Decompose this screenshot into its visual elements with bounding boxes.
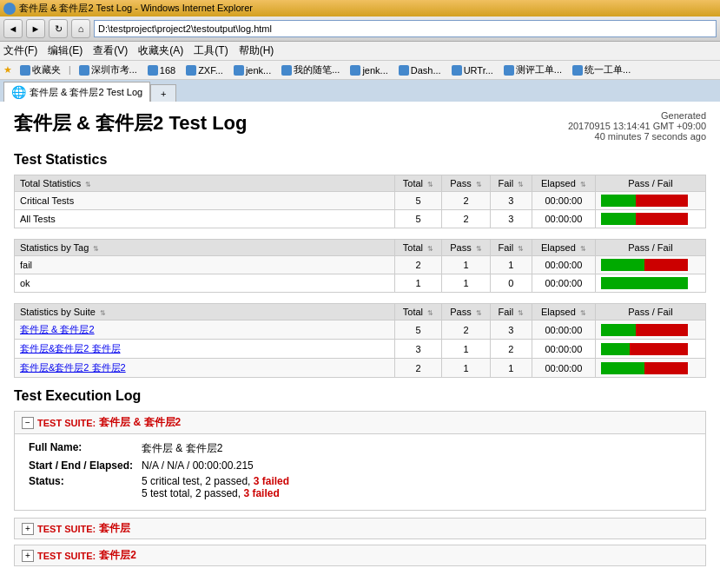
suite-link[interactable]: 套件层 & 套件层2	[20, 324, 95, 334]
sort-icon[interactable]: ⇅	[476, 245, 482, 253]
main-suite-toggle[interactable]: −	[22, 417, 34, 429]
menu-favorites[interactable]: 收藏夹(A)	[138, 43, 183, 58]
exec-log-title: Test Execution Log	[14, 388, 706, 404]
pass-fail-bar	[601, 324, 688, 336]
generated-date: 20170915 13:14:41 GMT +09:00	[568, 121, 706, 131]
fail-portion	[636, 195, 688, 207]
refresh-button[interactable]: ↻	[49, 19, 68, 38]
bm-4-icon	[234, 65, 244, 76]
bm-7[interactable]: Dash...	[396, 64, 444, 76]
suite-statistics-table: Statistics by Suite ⇅ Total ⇅ Pass ⇅ Fai…	[14, 303, 706, 378]
sub-suite-1-toggle[interactable]: +	[22, 523, 34, 535]
nav-bar: ◄ ► ↻ ⌂ D:\testproject\project2\testoutp…	[0, 17, 720, 42]
sort-icon[interactable]: ⇅	[476, 181, 482, 188]
tab-page-icon: 🌐	[11, 85, 26, 99]
sub-suite-1-header: + TEST SUITE: 套件层	[15, 519, 705, 538]
sub-suite-1-name[interactable]: 套件层	[99, 521, 130, 536]
sub-suite-2-name[interactable]: 套件层2	[99, 548, 136, 563]
sort-icon[interactable]: ⇅	[476, 309, 482, 317]
pass-fail-bar	[601, 362, 688, 374]
total-statistics-table: Total Statistics ⇅ Total ⇅ Pass ⇅ Fail ⇅…	[14, 175, 706, 228]
col-pass: Pass ⇅	[442, 175, 491, 192]
test-statistics-title: Test Statistics	[14, 152, 706, 168]
sub-suite-2-toggle[interactable]: +	[22, 550, 34, 562]
fail-portion	[644, 259, 688, 271]
bm-favorites-icon	[20, 65, 30, 76]
status-row: Status: 5 critical test, 2 passed, 3 fai…	[29, 475, 691, 499]
status-line1: 5 critical test, 2 passed, 3 failed	[142, 475, 289, 487]
sort-icon[interactable]: ⇅	[518, 245, 524, 253]
bm-2-icon	[148, 65, 158, 76]
sort-icon[interactable]: ⇅	[580, 245, 586, 253]
menu-edit[interactable]: 编辑(E)	[48, 43, 83, 58]
address-bar[interactable]: D:\testproject\project2\testoutput\log.h…	[94, 20, 717, 37]
sub-suite-1-box: + TEST SUITE: 套件层	[14, 518, 706, 539]
pass-portion	[601, 362, 644, 374]
page-content: 套件层 & 套件层2 Test Log Generated 20170915 1…	[0, 102, 720, 580]
menu-file[interactable]: 文件(F)	[3, 43, 37, 58]
table-row: Critical Tests52300:00:00	[15, 192, 706, 210]
menu-bar: 文件(F) 编辑(E) 查看(V) 收藏夹(A) 工具(T) 帮助(H)	[0, 42, 720, 61]
sort-icon[interactable]: ⇅	[427, 309, 433, 317]
menu-view[interactable]: 查看(V)	[93, 43, 128, 58]
menu-help[interactable]: 帮助(H)	[239, 43, 274, 58]
generated-info: Generated 20170915 13:14:41 GMT +09:00 4…	[568, 110, 706, 142]
sort-icon[interactable]: ⇅	[518, 181, 524, 188]
table-row: 套件层&套件层2 套件层221100:00:00	[15, 359, 706, 378]
table-row: All Tests52300:00:00	[15, 210, 706, 228]
sort-icon[interactable]: ⇅	[580, 309, 586, 317]
sub-suite-1-label: TEST SUITE:	[37, 524, 96, 534]
bm-2[interactable]: 168	[145, 64, 178, 76]
page-title: 套件层 & 套件层2 Test Log	[14, 110, 248, 136]
new-tab-button[interactable]: +	[150, 84, 176, 102]
bm-8[interactable]: URTr...	[449, 64, 496, 76]
sort-icon[interactable]: ⇅	[580, 181, 586, 188]
col-pass: Pass ⇅	[442, 240, 491, 256]
status-label: Status:	[29, 475, 142, 499]
main-suite-name[interactable]: 套件层 & 套件层2	[99, 415, 181, 430]
home-button[interactable]: ⌂	[71, 19, 90, 38]
bm-1[interactable]: 深圳市考...	[76, 63, 140, 77]
bm-4[interactable]: jenk...	[231, 64, 274, 76]
bm-6[interactable]: jenk...	[347, 64, 390, 76]
sort-icon[interactable]: ⇅	[518, 309, 524, 317]
table-row: 套件层&套件层2 套件层31200:00:00	[15, 340, 706, 359]
bm-5[interactable]: 我的随笔...	[279, 63, 342, 77]
col-pass-fail: Pass / Fail	[595, 175, 705, 192]
full-name-row: Full Name: 套件层 & 套件层2	[29, 441, 691, 456]
pass-fail-bar	[601, 213, 688, 225]
sort-icon-tag[interactable]: ⇅	[93, 245, 99, 253]
sort-icon-suite[interactable]: ⇅	[100, 309, 106, 317]
pass-fail-bar	[601, 195, 688, 207]
sort-icon-total[interactable]: ⇅	[85, 181, 91, 188]
suite-link[interactable]: 套件层&套件层2 套件层	[20, 343, 121, 353]
bm-10[interactable]: 统一工单...	[570, 63, 633, 77]
forward-button[interactable]: ►	[26, 19, 45, 38]
address-text: D:\testproject\project2\testoutput\log.h…	[98, 23, 272, 34]
generated-label: Generated	[568, 110, 706, 121]
bm-3[interactable]: ZXF...	[183, 64, 226, 76]
table-row: ok11000:00:00	[15, 274, 706, 293]
tab-bar: 🌐 套件层 & 套件层2 Test Log +	[0, 80, 720, 102]
col-elapsed: Elapsed ⇅	[532, 304, 595, 320]
col-total: Total ⇅	[394, 175, 441, 192]
menu-tools[interactable]: 工具(T)	[194, 43, 228, 58]
main-suite-header: − TEST SUITE: 套件层 & 套件层2	[15, 412, 705, 434]
sort-icon[interactable]: ⇅	[427, 245, 433, 253]
bm-9[interactable]: 测评工单...	[501, 63, 565, 77]
suite-link[interactable]: 套件层&套件层2 套件层2	[20, 362, 126, 373]
time-value: N/A / N/A / 00:00:00.215	[142, 459, 254, 472]
tab-label: 套件层 & 套件层2 Test Log	[30, 86, 142, 99]
back-button[interactable]: ◄	[3, 19, 23, 38]
bm-7-icon	[399, 65, 409, 76]
sort-icon[interactable]: ⇅	[427, 181, 433, 188]
time-row: Start / End / Elapsed: N/A / N/A / 00:00…	[29, 459, 691, 472]
main-tab[interactable]: 🌐 套件层 & 套件层2 Test Log	[3, 82, 150, 102]
pass-portion	[601, 343, 630, 355]
bookmarks-bar: ★ 收藏夹 | 深圳市考... 168 ZXF... jenk... 我的随笔.…	[0, 61, 720, 80]
page-header: 套件层 & 套件层2 Test Log Generated 20170915 1…	[14, 110, 706, 142]
tag-stats-header: Statistics by Tag ⇅	[15, 240, 395, 256]
bm-favorites[interactable]: 收藏夹	[17, 63, 63, 77]
col-pass-fail: Pass / Fail	[595, 240, 705, 256]
pass-fail-bar	[601, 277, 688, 289]
